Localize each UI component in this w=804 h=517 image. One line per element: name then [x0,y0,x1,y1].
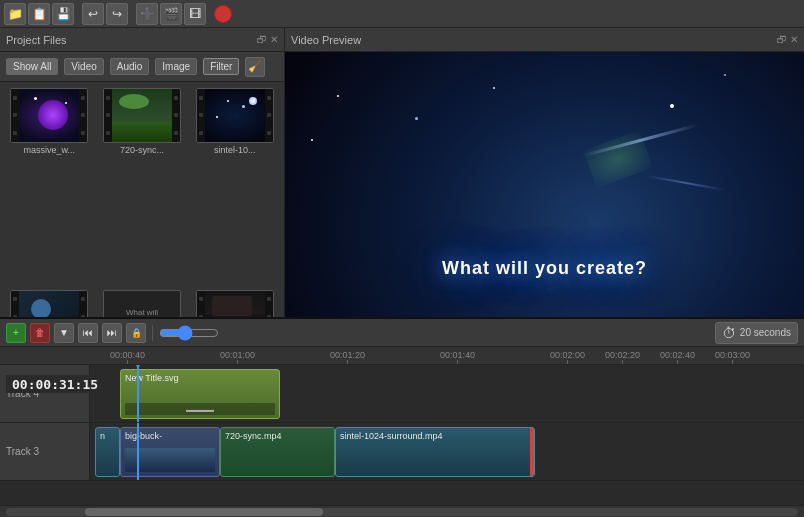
current-time: 00:00:31:15 [6,377,104,392]
undo-button[interactable]: ↩ [82,3,104,25]
open-button[interactable]: 📁 [4,3,26,25]
zoom-slider[interactable] [159,325,219,341]
timeline-ruler: 00:00:40 00:01:00 00:01:20 00:01:40 00:0… [0,347,804,365]
clip-title-svg[interactable]: New Title.svg ▬▬▬▬ [120,369,280,419]
ruler-label-1: 00:01:00 [220,350,255,360]
tracks-area: Track 4 New Title.svg ▬▬▬▬ Track 3 [0,365,804,505]
preview-controls: 🗗 ✕ [777,34,798,45]
ruler-mark-0: 00:00:40 [110,350,145,364]
star [65,102,67,104]
scroll-track[interactable] [6,508,798,516]
filter-bar: Show All Video Audio Image Filter 🧹 [0,52,284,82]
panel-close-icon[interactable]: ✕ [270,34,278,45]
ruler-label-5: 00:02:20 [605,350,640,360]
filter-button[interactable]: Filter [203,58,239,75]
ruler-tick-2 [347,360,348,364]
toolbar-divider [152,325,153,341]
video-filter-button[interactable]: Video [64,58,103,75]
redo-button[interactable]: ↪ [106,3,128,25]
glow-circle [38,100,68,130]
clip-title-name: New Title.svg [125,373,179,383]
playhead-track3 [137,423,139,480]
ruler-mark-2: 00:01:20 [330,350,365,364]
star [242,105,245,108]
ruler-label-2: 00:01:20 [330,350,365,360]
file-label-2: sintel-10... [214,145,256,155]
file-item-2[interactable]: sintel-10... [191,88,278,284]
time-display: 00:00:31:15 [6,375,104,393]
image-filter-button[interactable]: Image [155,58,197,75]
ruler-label-0: 00:00:40 [110,350,145,360]
ruler-tick-4 [567,360,568,364]
prev-marker-button[interactable]: ⏮ [78,323,98,343]
clear-filter-button[interactable]: 🧹 [245,57,265,77]
timeline-scrollbar [0,505,804,517]
main-toolbar: 📁 📋 💾 ↩ ↪ ➕ 🎬 🎞 [0,0,804,28]
track-4: Track 4 New Title.svg ▬▬▬▬ [0,365,804,423]
add-button[interactable]: ➕ [136,3,158,25]
film-strip-right [172,89,180,142]
new-button[interactable]: 📋 [28,3,50,25]
clip-720sync[interactable]: 720-sync.mp4 [220,427,335,477]
playhead [137,365,139,422]
clip-bigbuck[interactable]: big-buck- [120,427,220,477]
next-marker-button[interactable]: ⏭ [102,323,122,343]
bright-star [249,97,257,105]
clip-720sync-name: 720-sync.mp4 [225,431,282,441]
preview-star [415,117,418,120]
scroll-thumb[interactable] [85,508,323,516]
preview-close-icon[interactable]: ✕ [790,34,798,45]
track-4-content: New Title.svg ▬▬▬▬ [90,365,804,422]
clip-bigbuck-name: big-buck- [125,431,162,441]
ruler-mark-1: 00:01:00 [220,350,255,364]
tree-top [119,94,149,109]
file-label-0: massive_w... [24,145,76,155]
clip-waveform: ▬▬▬▬ [125,403,275,415]
film-button[interactable]: 🎞 [184,3,206,25]
window [212,296,252,316]
track-3: Track 3 n big-buck- [0,423,804,481]
star [216,116,218,118]
file-thumb-0 [10,88,88,143]
clip-n[interactable]: n [95,427,120,477]
file-thumb-2 [196,88,274,143]
film-strip-left [104,89,112,142]
save-button[interactable]: 💾 [52,3,74,25]
preview-text: What will you create? [442,258,647,279]
lock-button[interactable]: 🔒 [126,323,146,343]
file-item-1[interactable]: 720-sync... [99,88,186,284]
ruler-tick-5 [622,360,623,364]
star [227,100,229,102]
ruler-mark-4: 00:02:00 [550,350,585,364]
film-strip-left [11,89,19,142]
ruler-label-4: 00:02:00 [550,350,585,360]
ruler-tick-7 [732,360,733,364]
show-all-button[interactable]: Show All [6,58,58,75]
project-files-header: Project Files 🗗 ✕ [0,28,284,52]
remove-track-button[interactable]: 🗑 [30,323,50,343]
track-3-label: Track 3 [0,423,90,480]
file-label-1: 720-sync... [120,145,164,155]
seconds-label: 20 seconds [740,327,791,338]
project-files-title: Project Files [6,34,257,46]
panel-controls: 🗗 ✕ [257,34,278,45]
timeline-toolbar: + 🗑 ▼ ⏮ ⏭ 🔒 ⏱ 20 seconds [0,319,804,347]
ruler-mark-6: 00:02:40 [660,350,695,364]
file-item-0[interactable]: massive_w... [6,88,93,284]
audio-filter-button[interactable]: Audio [110,58,150,75]
clip-n-name: n [100,431,105,441]
panel-maximize-icon[interactable]: 🗗 [257,34,267,45]
dropdown-button[interactable]: ▼ [54,323,74,343]
landscape-ground [112,122,172,142]
seconds-badge: ⏱ 20 seconds [715,322,798,344]
ruler-tick-6 [677,360,678,364]
clip-sintel[interactable]: sintel-1024-surround.mp4 [335,427,535,477]
preview-maximize-icon[interactable]: 🗗 [777,34,787,45]
ruler-area: 00:00:31:15 00:00:40 00:01:00 00:01:20 0… [0,347,804,365]
preview-header: Video Preview 🗗 ✕ [285,28,804,52]
media-button[interactable]: 🎬 [160,3,182,25]
record-button[interactable] [214,5,232,23]
playhead-marker [132,365,144,368]
preview-title: Video Preview [291,34,777,46]
add-track-button[interactable]: + [6,323,26,343]
